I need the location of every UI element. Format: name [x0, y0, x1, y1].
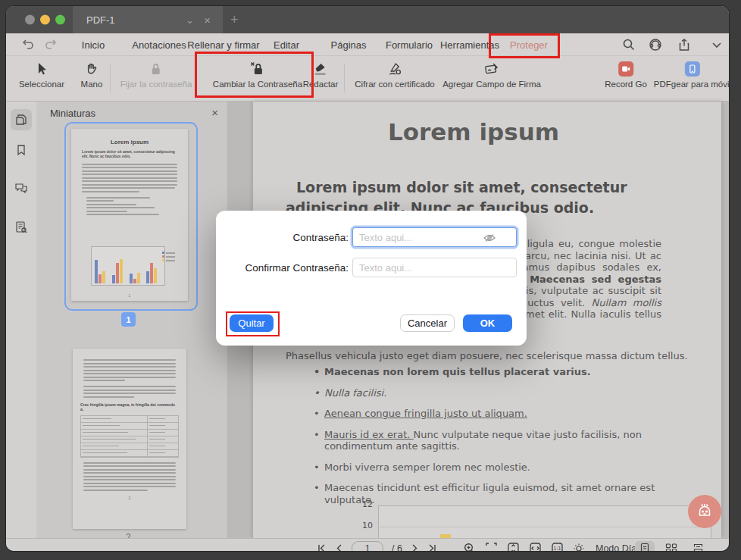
mini-text-line	[83, 370, 176, 371]
status-bar: / 6 1:1 Modo Día	[6, 538, 729, 551]
share-icon[interactable]	[678, 38, 691, 51]
mini-text-line	[83, 377, 176, 378]
prev-page-icon[interactable]	[335, 543, 343, 551]
change-password-button[interactable]: Cambiar la Contraseña	[213, 61, 302, 89]
mini-chart-group	[95, 260, 110, 283]
confirm-password-input[interactable]	[352, 258, 517, 277]
day-mode-sun-icon[interactable]	[573, 543, 585, 552]
thumbnails-panel-icon[interactable]	[11, 109, 32, 130]
fullscreen-icon[interactable]	[485, 542, 498, 551]
mini-legend-label-bar	[166, 256, 175, 258]
menu-inicio[interactable]: Inicio	[82, 39, 105, 50]
set-password-button[interactable]: Fijar la contraseña	[120, 61, 192, 89]
mini-legend-entry	[162, 259, 175, 261]
menu-herramientas[interactable]: Herramientas	[440, 39, 499, 50]
zoom-in-icon[interactable]	[464, 543, 476, 552]
bookmarks-panel-icon[interactable]	[11, 139, 32, 161]
menu-paginas[interactable]: Páginas	[331, 39, 367, 50]
signatures-panel-icon[interactable]	[11, 217, 32, 238]
single-page-view-icon[interactable]	[635, 541, 655, 552]
mini-chart-bar	[112, 275, 115, 283]
mini-chart-group	[146, 263, 161, 283]
mini-text-line	[83, 472, 176, 474]
tab-chevron-down-icon[interactable]: ⌄	[186, 15, 194, 25]
mini-text-lines	[83, 386, 176, 398]
mini-chart-bar	[130, 274, 133, 283]
page-2-label: 2	[126, 532, 131, 538]
document-tab[interactable]: PDF-1 ⌄ ×	[73, 6, 223, 33]
hand-tool-button[interactable]: Mano	[81, 61, 103, 89]
encrypt-certificate-button[interactable]: Cifrar con certificado	[355, 61, 434, 89]
mini-text-line	[82, 167, 177, 168]
comments-panel-icon[interactable]	[11, 177, 32, 199]
mini-doc-heading: Cras fringilla ipsum magna, in fringilla…	[80, 402, 179, 412]
mini-table-cell	[148, 425, 178, 427]
mini-table-row	[81, 423, 178, 430]
mini-table	[80, 415, 179, 458]
tab-close-icon[interactable]: ×	[204, 14, 211, 26]
mini-table-cell	[148, 446, 178, 447]
page-number-input[interactable]	[352, 541, 383, 551]
menu-formulario[interactable]: Formulario	[386, 39, 433, 50]
support-headset-icon[interactable]	[649, 38, 662, 52]
first-page-icon[interactable]	[317, 543, 327, 551]
pdfgear-mobile-button[interactable]: PDFgear para móvil	[654, 61, 729, 89]
thumbnail-page-1[interactable]: Lorem ipsum Lorem ipsum dolor sit amet, …	[71, 129, 188, 301]
menu-anotaciones[interactable]: Anotaciones	[132, 39, 186, 50]
last-page-icon[interactable]	[427, 543, 437, 551]
select-tool-button[interactable]: Seleccionar	[19, 61, 64, 89]
lock-icon	[149, 61, 164, 77]
record-go-icon	[618, 61, 633, 77]
record-go-button[interactable]: Record Go	[605, 61, 647, 89]
day-mode-label[interactable]: Modo Día	[596, 543, 636, 552]
toolbar-collapse-chevron-icon[interactable]	[711, 39, 722, 50]
mini-text-line	[83, 380, 125, 381]
mini-chart-group	[130, 273, 145, 283]
mini-chart-group	[112, 259, 127, 283]
add-signature-field-button[interactable]: Agregar Campo de Firma	[442, 61, 541, 89]
traffic-light-minimize[interactable]	[40, 15, 50, 25]
mini-text-line	[86, 204, 136, 205]
mini-chart-bar	[146, 271, 149, 283]
fit-width-icon[interactable]	[529, 542, 542, 551]
ok-button[interactable]: OK	[463, 314, 512, 332]
cancel-button[interactable]: Cancelar	[400, 314, 455, 332]
traffic-light-close[interactable]	[25, 15, 35, 25]
new-tab-button[interactable]: +	[230, 13, 239, 27]
assistant-robot-button[interactable]	[688, 495, 721, 528]
chart-gridline	[378, 527, 710, 527]
thumbnail-page-2[interactable]: Cras fringilla ipsum magna, in fringilla…	[73, 349, 186, 529]
remove-password-button[interactable]: Quitar	[230, 314, 274, 332]
mini-text-line	[83, 393, 176, 394]
mini-text-line	[82, 184, 177, 186]
traffic-light-zoom[interactable]	[55, 15, 65, 25]
mini-chart-bar	[120, 259, 123, 283]
next-page-icon[interactable]	[411, 543, 419, 551]
eye-off-icon[interactable]	[483, 231, 496, 245]
continuous-scroll-view-icon[interactable]	[688, 541, 708, 552]
redo-icon[interactable]	[44, 37, 58, 51]
document-paragraph: Phasellus vehicula justo eget diam posue…	[286, 350, 688, 361]
mini-legend-label-bar	[166, 252, 175, 254]
fit-height-icon[interactable]	[507, 542, 520, 551]
mini-text-line	[83, 476, 176, 477]
mini-text-lines	[83, 462, 176, 491]
search-icon[interactable]	[623, 38, 636, 51]
change-password-dialog: Contraseña: Confirmar Contraseña: Quitar…	[216, 211, 527, 346]
mini-text-line	[86, 197, 150, 199]
mini-table-text-bar	[149, 439, 165, 440]
mini-text-lines	[82, 164, 177, 192]
redact-button[interactable]: Redactar	[303, 61, 339, 89]
mini-table-text-bar	[83, 425, 120, 427]
chart-plot-area	[378, 505, 711, 538]
confirm-password-label: Confirmar Contraseña:	[216, 262, 349, 274]
menu-editar[interactable]: Editar	[274, 39, 299, 50]
two-page-view-icon[interactable]	[661, 541, 681, 552]
mini-table-row	[81, 430, 178, 436]
actual-size-icon[interactable]: 1:1	[551, 542, 564, 551]
menu-proteger[interactable]: Proteger	[510, 39, 548, 50]
menu-rellenar-y-firmar[interactable]: Rellenar y firmar	[187, 39, 259, 50]
undo-icon[interactable]	[21, 37, 35, 51]
panel-close-icon[interactable]: ×	[211, 106, 218, 119]
mini-chart-bar	[133, 279, 136, 283]
